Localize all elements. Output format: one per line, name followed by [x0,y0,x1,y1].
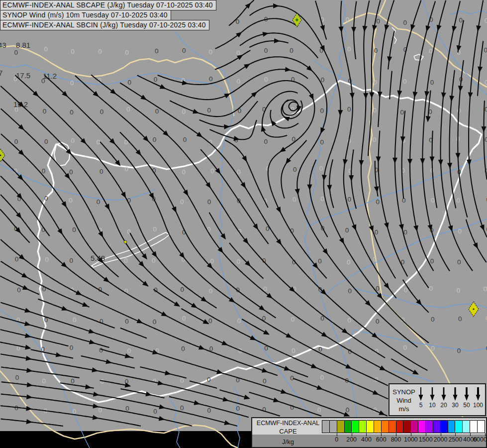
flow-arrowhead [426,116,431,122]
streamline [170,81,326,278]
flow-arrowhead [343,159,348,166]
cape-tick-label: 1000 [404,436,418,443]
flow-arrowhead [263,32,269,37]
flow-arrowhead [410,24,415,31]
flow-arrowhead [93,415,99,420]
value-label-zero: 0 [430,257,434,265]
flow-arrowhead [311,363,317,368]
streamline [1,158,308,377]
value-label-zero: 0 [318,345,322,353]
wind-scale-slot: 50 [461,385,472,415]
value-label-zero: 0 [209,75,213,83]
flow-arrowhead [316,385,323,390]
streamline [0,342,29,348]
flow-arrowhead [242,155,247,162]
streamline [0,261,89,307]
flow-arrowhead [57,228,63,235]
wind-legend-scale: 510203050100 [415,385,485,415]
flow-arrowhead [276,239,282,245]
streamline-layer [0,0,487,426]
value-label-zero: 0 [264,76,268,83]
flow-arrowhead [142,253,147,260]
value-label-zero: 0 [97,138,100,146]
cape-color-cell [470,421,477,433]
cape-color-cell [410,421,418,433]
flow-arrowhead [281,389,287,394]
streamline [0,330,69,346]
value-label-zero: 0 [73,408,77,415]
value-label-zero: 0 [348,196,352,203]
value-label-zero: 0 [44,195,48,202]
value-label-zero: 0 [73,316,77,324]
flow-arrowhead [452,26,457,32]
flow-arrowhead [286,158,291,164]
value-label-zero: 0 [347,317,351,324]
cape-legend-units: J/kg [254,438,322,446]
value-label-zero: 0 [431,316,435,323]
value-label-zero: 0 [485,136,487,143]
streamline [1,382,237,426]
flow-arrowhead [103,277,110,282]
value-label-zero: 0 [72,226,76,233]
flow-arrowhead [273,3,279,8]
flow-arrowhead [158,380,164,385]
cape-color-cell [396,421,403,433]
value-label-zero: 0 [347,258,351,266]
weather-map-page: 0000000000000000000000000000000000000000… [0,0,487,448]
value-label-zero: 0 [125,405,129,412]
wind-speed-label: 100 [473,402,484,409]
value-label-zero: 0 [180,198,184,206]
value-label-zero: 0 [14,138,18,145]
station-dot-marker [124,240,127,243]
value-label-zero: 0 [45,256,49,263]
value-label-zero: 0 [376,198,380,206]
map-canvas[interactable]: 0000000000000000000000000000000000000000… [0,0,487,448]
value-label-zero: 0 [207,407,211,414]
flow-arrowhead [369,93,374,99]
value-label-zero: 0 [376,17,380,25]
cape-tick-label: 2000 [434,436,448,443]
cape-tick-label: 200 [346,436,357,443]
cape-tick-label: 1500 [419,436,433,443]
flow-arrowhead [307,185,312,191]
cape-color-cell [477,421,485,433]
value-label-zero: 0 [485,79,487,86]
flow-arrowhead [280,147,286,152]
value-label-zero: 0 [43,108,47,115]
streamline [225,140,268,208]
value-label-zero: 0 [376,318,380,325]
value-label-zero: 0 [127,347,131,354]
flow-arrowhead [215,168,220,174]
value-label-zero: 0 [153,225,157,233]
station-value: 43 [0,41,6,49]
streamline [249,41,288,47]
cape-color-cell [381,421,389,433]
value-label-zero: 0 [290,404,294,411]
value-label-zero: 0 [209,48,213,56]
flow-arrowhead [424,91,429,98]
title-sbcin: ECMWF-INDEX-ANAL SBCIN (J/kg) Tuesday 07… [0,20,209,30]
value-label-zero: 0 [318,257,322,265]
streamline [229,243,263,279]
value-label-zero: 0 [99,168,103,175]
wind-speed-label: 30 [450,402,461,409]
flow-arrowhead [159,404,166,409]
cape-color-cell [344,421,352,433]
flow-arrowhead [56,352,62,357]
streamline [390,71,392,100]
streamline [402,111,405,199]
value-label-zero: 0 [458,315,462,323]
streamline [75,76,408,382]
value-label-zero: 0 [347,45,351,53]
value-label-zero: 0 [374,47,378,54]
flow-arrowhead [222,397,229,402]
wind-arrow-icon [429,386,436,401]
river-line [0,164,155,200]
flow-arrowhead [468,92,473,98]
value-label-zero: 0 [207,107,211,114]
flow-arrowhead [21,273,28,278]
value-label-zero: 0 [15,374,19,381]
value-label-zero: 0 [264,47,268,54]
value-label-zero: 0 [183,136,187,143]
wind-speed-label: 10 [427,402,438,409]
